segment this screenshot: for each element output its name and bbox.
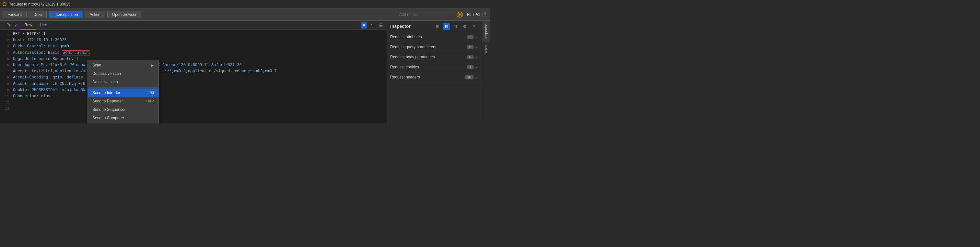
code-line-8: 8 Accept-Encoding: gzip, deflate, br xyxy=(0,75,387,81)
add-notes-input[interactable] xyxy=(396,11,454,18)
code-line-7: 7 Accept: text/html,application/xhtml+xm… xyxy=(0,69,387,75)
menu-send-repeater[interactable]: Send to Repeater ⌃⌘R xyxy=(88,97,159,105)
chevron-down-icon: ▾ xyxy=(476,56,477,59)
tab-pretty[interactable]: Pretty xyxy=(3,21,21,30)
editor-area: Pretty Raw Hex ≡ ¶ ☰ 1 GET / HTTP/1.1 xyxy=(0,21,387,123)
open-browser-button[interactable]: Open browser xyxy=(107,11,141,18)
code-line-13: 13 xyxy=(0,106,387,112)
drop-button[interactable]: Drop xyxy=(29,11,47,18)
code-line-2: 2 Host: 172.16.19.1:30025 xyxy=(0,37,387,43)
code-line-4: 4 Authorization: Basic admin:admin xyxy=(0,50,387,56)
menu-scan[interactable]: Scan ▶ xyxy=(88,61,159,69)
inspector-header: Inspector ⊞ ⊟ ⇅ ⚙ ✕ xyxy=(387,21,480,32)
editor-tabs: Pretty Raw Hex ≡ ¶ ☰ xyxy=(0,21,387,30)
tab-raw[interactable]: Raw xyxy=(21,21,36,30)
side-tab-area: Inspector Notes xyxy=(481,21,490,123)
forward-button[interactable]: Forward xyxy=(3,11,27,18)
inspector-list-view-icon[interactable]: ⊞ xyxy=(434,23,441,30)
code-line-3: 3 Cache-Control: max-age=0 xyxy=(0,43,387,49)
menu-send-intruder[interactable]: Send to Intruder ⌃⌘I xyxy=(88,89,159,97)
inspector-title: Inspector xyxy=(390,24,432,29)
code-line-5: 5 Upgrade-Insecure-Requests: 1 xyxy=(0,56,387,62)
code-area[interactable]: 1 GET / HTTP/1.1 2 Host: 172.16.19.1:300… xyxy=(0,30,387,123)
side-tab-inspector[interactable]: Inspector xyxy=(482,21,490,42)
warning-icon xyxy=(3,2,6,6)
inspector-row-attributes[interactable]: Request attributes 2 ▾ xyxy=(387,32,480,42)
menu-passive-scan[interactable]: Do passive scan xyxy=(88,69,159,78)
inspector-row-cookies[interactable]: Request cookies 1 ▾ xyxy=(387,62,480,72)
intercept-button[interactable]: Intercept is on xyxy=(49,11,83,18)
menu-send-sequencer[interactable]: Send to Sequencer xyxy=(88,105,159,114)
main-layout: Pretty Raw Hex ≡ ¶ ☰ 1 GET / HTTP/1.1 xyxy=(0,21,490,123)
http-version: HTTP/1 xyxy=(467,12,480,17)
code-line-6: 6 User-Agent: Mozilla/5.0 (Windows NT 10… xyxy=(0,62,387,69)
inspector-settings-icon[interactable]: ⚙ xyxy=(461,23,468,30)
chevron-down-icon: ▾ xyxy=(476,35,477,39)
toolbar: Forward Drop Intercept is on Action Open… xyxy=(0,8,490,21)
url-text: Request to http://172.16.19.1:30025 xyxy=(8,2,70,6)
inspector-detail-view-icon[interactable]: ⊟ xyxy=(443,23,450,30)
url-bar: Request to http://172.16.19.1:30025 xyxy=(0,0,490,8)
menu-icon[interactable]: ☰ xyxy=(377,22,384,29)
inspector-close-icon[interactable]: ✕ xyxy=(470,23,477,30)
chevron-down-icon: ▾ xyxy=(476,45,477,49)
chevron-down-icon: ▾ xyxy=(476,65,477,69)
format-icon[interactable]: ¶ xyxy=(369,22,375,29)
menu-separator-1 xyxy=(88,87,159,88)
code-line-1: 1 GET / HTTP/1.1 xyxy=(0,31,387,37)
inspector-panel: Inspector ⊞ ⊟ ⇅ ⚙ ✕ Request attributes 2… xyxy=(387,21,481,123)
burp-logo xyxy=(456,11,464,19)
word-wrap-icon[interactable]: ≡ xyxy=(361,22,367,29)
editor-toolbar: ≡ ¶ ☰ xyxy=(361,22,384,29)
menu-send-comparer[interactable]: Send to Comparer xyxy=(88,114,159,122)
inspector-row-body[interactable]: Request body parameters 0 ▾ xyxy=(387,52,480,62)
menu-send-decoder[interactable]: Send to Decoder xyxy=(88,122,159,123)
menu-active-scan[interactable]: Do active scan xyxy=(88,78,159,86)
code-line-9: 9 Accept-Language: zh-CN,zh;q=0.9 xyxy=(0,81,387,87)
inspector-row-headers[interactable]: Request headers 10 ▾ xyxy=(387,72,480,82)
code-line-10: 10 Cookie: PHPSESSID=lciv4ujakud5kumeuhu… xyxy=(0,87,387,93)
code-line-12: 12 xyxy=(0,99,387,106)
tab-hex[interactable]: Hex xyxy=(36,21,51,30)
chevron-down-icon: ▾ xyxy=(476,75,477,79)
svg-point-3 xyxy=(459,14,460,15)
inspector-sort-icon[interactable]: ⇅ xyxy=(452,23,459,30)
code-line-11: 11 Connection: close xyxy=(0,93,387,99)
inspector-row-query[interactable]: Request query parameters 0 ▾ xyxy=(387,42,480,52)
auth-highlight: admin:admin xyxy=(62,50,89,56)
help-icon[interactable]: ? xyxy=(482,12,487,17)
action-button[interactable]: Action xyxy=(84,11,105,18)
side-tab-notes[interactable]: Notes xyxy=(482,42,490,58)
scan-arrow-icon: ▶ xyxy=(151,64,154,67)
context-menu: Scan ▶ Do passive scan Do active scan Se… xyxy=(88,60,159,123)
